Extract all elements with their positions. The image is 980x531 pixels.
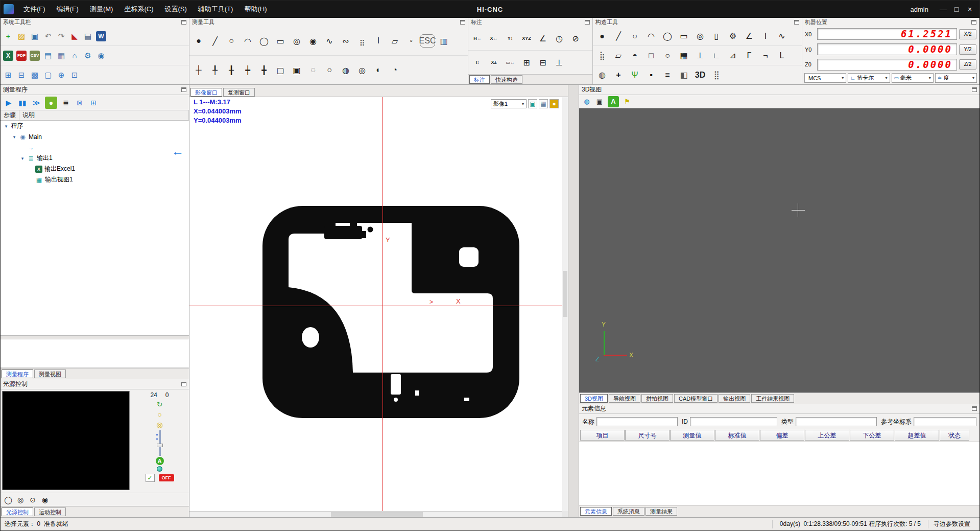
dim-dx-icon[interactable]: X±	[486, 56, 501, 69]
ring-middle-icon[interactable]: ⊙	[28, 495, 37, 504]
focus-cross5-icon[interactable]: ╋	[256, 63, 272, 77]
column-header-button[interactable]: 测量值	[670, 430, 714, 441]
capture-circle2-icon[interactable]: ○	[322, 63, 337, 77]
column-header-button[interactable]: 上公差	[805, 430, 849, 441]
edge-settings-button[interactable]: 寻边参数设置	[928, 520, 975, 528]
column-header-button[interactable]: 尺寸号	[625, 430, 670, 441]
column-header-button[interactable]: 超差值	[895, 430, 939, 441]
construct-square-icon[interactable]: □	[643, 49, 659, 62]
rotate-light-icon[interactable]: ↻	[155, 400, 164, 409]
run-button[interactable]: ▶	[3, 97, 15, 109]
home-icon[interactable]: ⌂	[68, 50, 81, 62]
point-tool-icon[interactable]: ●	[191, 34, 206, 48]
z-half-button[interactable]: Z/2	[959, 59, 976, 70]
pin-icon[interactable]	[972, 406, 977, 411]
focus-cross2-icon[interactable]: ╀	[207, 63, 223, 77]
print-icon[interactable]: ▤	[42, 50, 54, 62]
ring-outer-icon[interactable]: ◎	[16, 495, 25, 504]
tab-motion-control[interactable]: 运动控制	[34, 507, 66, 516]
pin-icon[interactable]	[181, 20, 186, 25]
ring-light-icon[interactable]: ○	[155, 410, 164, 419]
pin-icon[interactable]	[794, 20, 799, 25]
construct-angle-icon[interactable]: ∠	[742, 30, 757, 43]
menubar-item[interactable]: 帮助(H)	[238, 1, 272, 18]
tab-part-result-view[interactable]: 工件结果视图	[751, 394, 794, 403]
construct-frame-icon[interactable]: Γ	[742, 49, 757, 62]
type-input[interactable]	[796, 417, 877, 426]
dim-frame2-icon[interactable]: ⊟	[535, 56, 551, 69]
list-display-icon[interactable]: ≡	[660, 68, 675, 82]
ring-dot-light-icon[interactable]: ◎	[155, 420, 164, 429]
capture-circle3-icon[interactable]: ◍	[338, 63, 353, 77]
menubar-item[interactable]: 辅助工具(T)	[193, 1, 239, 18]
rectangle-tool-icon[interactable]: ▭	[273, 34, 288, 48]
maximize-button[interactable]: □	[950, 3, 963, 16]
flag-icon[interactable]: ⚑	[622, 96, 633, 107]
focus-cross-icon[interactable]: ┼	[191, 63, 206, 77]
program-tree[interactable]: ▾ 程序 ▾ ◉ Main →	[1, 121, 189, 335]
capture-rect-icon[interactable]: ▢	[273, 63, 288, 77]
line-tool-icon[interactable]: ╱	[207, 34, 223, 48]
tab-measure-result[interactable]: 测量结果	[646, 507, 677, 516]
circle-tool-icon[interactable]: ○	[224, 34, 239, 48]
column-header-button[interactable]: 偏差	[760, 430, 804, 441]
pin-icon[interactable]	[460, 20, 465, 25]
construct-circle2-icon[interactable]: ○	[660, 49, 675, 62]
display-icon[interactable]: ▣	[594, 96, 605, 107]
tab-annotate[interactable]: 标注	[469, 75, 490, 84]
ref-frame-input[interactable]	[914, 417, 976, 426]
auto-mode-icon[interactable]: A	[608, 96, 619, 107]
close-button[interactable]: ×	[963, 3, 976, 16]
construct-arc-icon[interactable]: ◠	[643, 30, 659, 43]
construct-rect-icon[interactable]: ▭	[676, 30, 691, 43]
layout-single-icon[interactable]: ⊡	[68, 69, 81, 81]
capture-rect2-icon[interactable]: ▣	[289, 63, 304, 77]
point-display-icon[interactable]: ▪	[643, 68, 659, 82]
name-input[interactable]	[596, 417, 678, 426]
id-input[interactable]	[690, 417, 777, 426]
unit-select[interactable]: ▭ 毫米 ▾	[892, 73, 934, 83]
construct-line-icon[interactable]: ╱	[611, 30, 626, 43]
tab-measure-view[interactable]: 测量视图	[34, 370, 66, 378]
pdf-export-icon[interactable]: PDF	[16, 51, 27, 61]
dim-frame-icon[interactable]: ⊞	[519, 56, 534, 69]
column-header-button[interactable]: 下公差	[850, 430, 894, 441]
orbit-icon[interactable]: ◍	[581, 96, 592, 107]
layout-button[interactable]: ⊞	[87, 97, 100, 109]
pin-icon[interactable]	[972, 87, 977, 92]
capture-circle-icon[interactable]: ◌	[305, 63, 321, 77]
apply-light-button[interactable]: ✓	[146, 474, 155, 482]
expander-icon[interactable]: ▾	[4, 124, 9, 129]
tree-node[interactable]: ▾ 程序	[1, 121, 189, 131]
menubar-item[interactable]: 设置(S)	[159, 1, 193, 18]
concentric-tool-icon[interactable]: ◉	[305, 34, 321, 48]
construct-ring-icon[interactable]: ◎	[692, 30, 708, 43]
lock-button[interactable]: ●	[45, 97, 57, 109]
construct-curve-icon[interactable]: ∿	[774, 30, 790, 43]
tree-node[interactable]: X 输出Excel1	[1, 164, 189, 174]
camera-select[interactable]: 影像1 ▾	[491, 99, 527, 108]
angle-unit-select[interactable]: ≐ 度 ▾	[935, 73, 977, 83]
ring-tool-icon[interactable]: ◎	[289, 34, 304, 48]
coordinate-system-select[interactable]: MCS ▾	[804, 73, 846, 83]
tab-stitch-view[interactable]: 拼拍视图	[641, 394, 673, 403]
panel-splitter[interactable]	[568, 85, 579, 517]
dim-height-icon[interactable]: I↕	[470, 56, 485, 69]
word-export-icon[interactable]: W	[96, 31, 106, 41]
report-export-icon[interactable]: ◣	[68, 30, 81, 42]
perpendicularity-icon[interactable]: ⊥	[552, 56, 567, 69]
construct-triangle-icon[interactable]: ⊿	[725, 49, 740, 62]
window-layout-icon[interactable]: ▦	[55, 50, 67, 62]
column-header-button[interactable]: 标准值	[715, 430, 759, 441]
pin-icon[interactable]	[181, 382, 186, 386]
esc-key-icon[interactable]: ESC	[420, 34, 435, 48]
column-header-button[interactable]: 状态	[940, 430, 969, 441]
layout-target-icon[interactable]: ⊕	[55, 69, 67, 81]
x-half-button[interactable]: X/2	[959, 29, 976, 39]
dim-width-icon[interactable]: H↔	[470, 32, 485, 45]
menubar-item[interactable]: 编辑(E)	[51, 1, 84, 18]
construct-plane-icon[interactable]: ▱	[611, 49, 626, 62]
tab-output-view[interactable]: 输出视图	[719, 394, 750, 403]
shade-icon[interactable]: ◧	[676, 68, 691, 82]
construct-ellipse-icon[interactable]: ◯	[660, 30, 675, 43]
